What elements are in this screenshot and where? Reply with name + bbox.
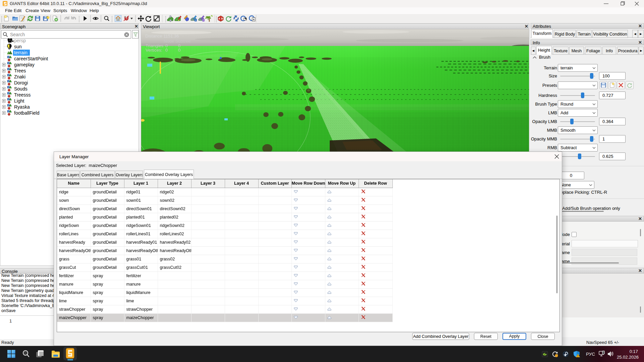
- svg-text:25.02.2026: 25.02.2026: [617, 355, 639, 360]
- svg-text:Vertices:: Vertices:: [146, 48, 162, 53]
- svg-text:Distance 1151.36: Distance 1151.36: [145, 34, 179, 39]
- svg-text:Light: Light: [14, 98, 24, 104]
- svg-text:footballField: footballField: [14, 110, 40, 116]
- svg-text:Trees: Trees: [14, 68, 26, 73]
- svg-text:0: 0: [178, 48, 180, 53]
- svg-text:0:17: 0:17: [630, 349, 638, 354]
- svg-text:sun: sun: [14, 44, 22, 49]
- svg-text:i: i: [195, 19, 196, 22]
- svg-text:careerStartPoint: careerStartPoint: [14, 56, 48, 61]
- svg-text:Dorogi: Dorogi: [14, 80, 28, 85]
- svg-text:P: P: [203, 19, 204, 22]
- svg-text:РУС: РУС: [586, 352, 595, 357]
- svg-text:Znaki: Znaki: [14, 74, 25, 79]
- svg-text:Node Subtree: Node Subtree: [164, 39, 191, 44]
- svg-text:Ryaska: Ryaska: [14, 104, 30, 110]
- svg-text:A: A: [219, 17, 220, 20]
- svg-text:gameplay: gameplay: [14, 62, 35, 67]
- svg-text:0: 0: [165, 48, 168, 53]
- svg-text:persp: persp: [14, 38, 26, 43]
- svg-text:Souds: Souds: [14, 86, 28, 92]
- svg-text:Treesss: Treesss: [14, 92, 31, 98]
- svg-text:B: B: [221, 17, 223, 20]
- svg-text:terrain: terrain: [14, 50, 28, 55]
